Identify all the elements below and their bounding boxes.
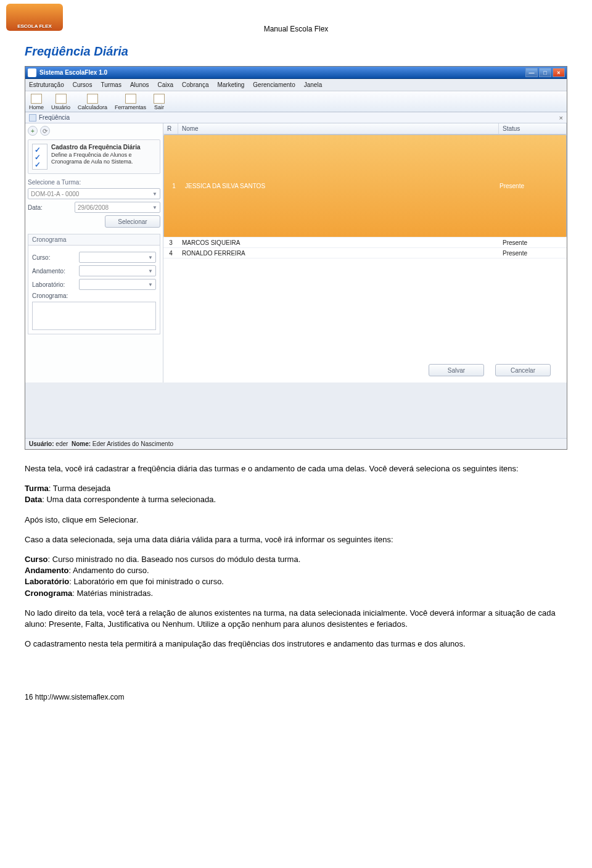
tab-bar: Freqüência × — [25, 112, 567, 123]
section-title: Freqüência Diária — [25, 44, 567, 59]
label-andamento: Andamento: — [32, 268, 75, 275]
cronograma-panel-header: Cronograma — [28, 234, 160, 245]
info-card: ✓ ✓ ✓ Cadastro da Frequência Diária Defi… — [28, 139, 160, 174]
tool-calculadora[interactable]: Calculadora — [78, 94, 107, 110]
menu-cursos[interactable]: Cursos — [73, 81, 92, 88]
label-data: Data: — [28, 204, 71, 211]
col-r[interactable]: R — [163, 123, 178, 134]
menu-turmas[interactable]: Turmas — [101, 81, 121, 88]
menu-marketing[interactable]: Marketing — [217, 81, 244, 88]
curso-select[interactable]: ▼ — [79, 252, 156, 263]
chevron-down-icon: ▼ — [148, 268, 153, 274]
app-window: Sistema EscolaFlex 1.0 — □ × Estruturaçã… — [25, 66, 567, 450]
exit-icon — [154, 94, 165, 104]
minimize-button[interactable]: — — [525, 68, 538, 77]
menu-cobranca[interactable]: Cobrança — [182, 81, 208, 88]
label-turma: Selecione a Turma: — [28, 179, 160, 186]
tab-close-button[interactable]: × — [559, 114, 563, 122]
salvar-button[interactable]: Salvar — [429, 364, 484, 376]
tool-ferramentas[interactable]: Ferramentas — [115, 94, 146, 110]
table-row[interactable]: 4 RONALDO FERREIRA Presente — [163, 248, 567, 258]
card-thumb-icon: ✓ ✓ ✓ — [32, 144, 47, 170]
user-icon — [56, 94, 67, 104]
window-title: Sistema EscolaFlex 1.0 — [39, 69, 107, 76]
menu-caixa[interactable]: Caixa — [158, 81, 174, 88]
refresh-button[interactable]: ⟳ — [40, 126, 50, 136]
tool-sair[interactable]: Sair — [154, 94, 165, 110]
tab-frequencia[interactable]: Freqüência — [39, 114, 70, 121]
paragraph: Nesta tela, você irá cadastrar a freqüên… — [25, 463, 567, 474]
status-usuario-label: Usuário: — [29, 440, 54, 447]
tools-icon — [125, 94, 136, 104]
chevron-down-icon: ▼ — [152, 191, 157, 197]
status-nome-label: Nome: — [72, 440, 91, 447]
label-laboratorio: Laboratório: — [32, 281, 75, 288]
status-usuario: eder — [56, 440, 68, 447]
cancelar-button[interactable]: Cancelar — [495, 364, 551, 376]
menubar: Estruturação Cursos Turmas Alunos Caixa … — [25, 79, 567, 91]
table-row[interactable]: 3 MARCOS SIQUEIRA Presente — [163, 238, 567, 248]
label-curso: Curso: — [32, 254, 75, 261]
card-desc: Define a Frequência de Alunos e Cronogra… — [51, 152, 133, 165]
paragraph: Caso a data selecionada, seja uma data d… — [25, 534, 567, 545]
paragraph: No lado direito da tela, você terá a rel… — [25, 608, 567, 630]
menu-janela[interactable]: Janela — [304, 81, 322, 88]
chevron-down-icon: ▼ — [148, 255, 153, 260]
page-number: 16 — [25, 693, 33, 701]
calculator-icon — [87, 94, 98, 104]
status-nome: Eder Aristides do Nascimento — [92, 440, 173, 447]
cronograma-textarea[interactable] — [32, 302, 156, 330]
menu-estruturacao[interactable]: Estruturação — [29, 81, 64, 88]
maximize-button[interactable]: □ — [539, 68, 551, 77]
toolbar: Home Usuário Calculadora Ferramentas Sai… — [25, 91, 567, 112]
doc-body: Nesta tela, você irá cadastrar a freqüên… — [25, 463, 567, 650]
home-icon — [31, 94, 42, 104]
paragraph: Após isto, clique em Selecionar. — [25, 515, 567, 526]
left-panel: + ⟳ ✓ ✓ ✓ Cadastro da Frequência Diária … — [25, 123, 163, 382]
data-select[interactable]: 29/06/2008▼ — [75, 202, 160, 213]
paragraph: O cadastramento nesta tela permitirá a m… — [25, 639, 567, 650]
paragraph: Curso: Curso ministrado no dia. Baseado … — [25, 554, 567, 599]
close-button[interactable]: × — [553, 68, 565, 77]
logo: ESCOLA FLEX — [6, 4, 63, 31]
paragraph: Turma: Turma desejada Data: Uma data cor… — [25, 483, 567, 505]
laboratorio-select[interactable]: ▼ — [79, 279, 156, 290]
col-status[interactable]: Status — [499, 123, 567, 134]
add-button[interactable]: + — [28, 126, 38, 136]
card-title: Cadastro da Frequência Diária — [51, 144, 141, 151]
col-nome[interactable]: Nome — [178, 123, 499, 134]
turma-select[interactable]: DOM-01-A - 0000▼ — [28, 188, 160, 199]
grid-header: R Nome Status — [163, 123, 567, 134]
status-bar: Usuário: eder Nome: Eder Aristides do Na… — [25, 438, 567, 449]
titlebar: Sistema EscolaFlex 1.0 — □ × — [25, 67, 567, 79]
cronograma-panel: Curso: ▼ Andamento: ▼ Laboratório: ▼ Cro… — [28, 245, 160, 334]
chevron-down-icon: ▼ — [152, 205, 157, 210]
label-cronograma: Cronograma: — [32, 292, 75, 299]
tool-home[interactable]: Home — [29, 94, 44, 110]
table-row[interactable]: 1 JESSICA DA SILVA SANTOS Presente — [163, 134, 567, 238]
tool-usuario[interactable]: Usuário — [51, 94, 70, 110]
andamento-select[interactable]: ▼ — [79, 265, 156, 276]
chevron-down-icon: ▼ — [148, 282, 153, 287]
menu-alunos[interactable]: Alunos — [130, 81, 149, 88]
app-icon — [28, 68, 36, 77]
footer-url: http://www.sistemaflex.com — [35, 693, 125, 701]
document-icon — [29, 114, 36, 122]
selecionar-button[interactable]: Selecionar — [105, 215, 160, 228]
menu-gerenciamento[interactable]: Gerenciamento — [253, 81, 295, 88]
grid-area: R Nome Status 1 JESSICA DA SILVA SANTOS … — [163, 123, 567, 382]
